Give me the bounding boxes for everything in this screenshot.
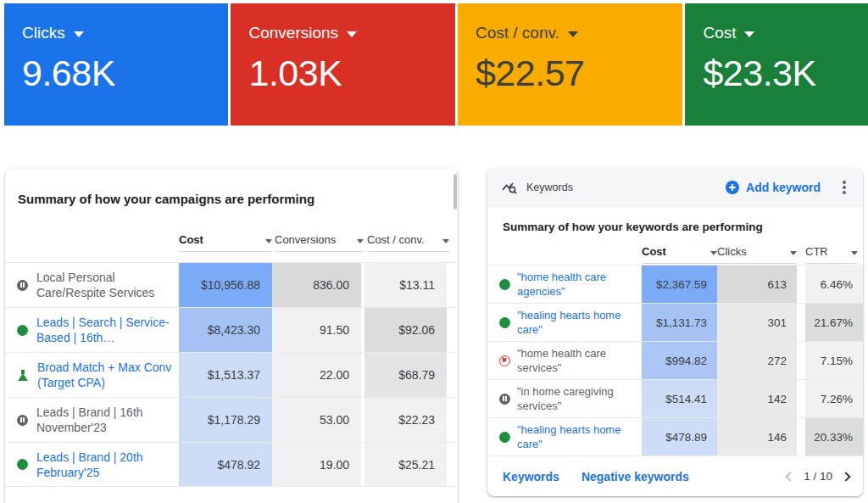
keyword-name-cell[interactable]: "home health care services"	[487, 342, 642, 379]
keyword-name: "home health care agencies"	[510, 270, 642, 299]
tab-negative-keywords[interactable]: Negative keywords	[581, 470, 689, 483]
conversions-cell: 91.50	[272, 308, 361, 352]
dropdown-arrow-icon[interactable]	[74, 31, 84, 37]
cost-per-conv-cell: $92.06	[364, 308, 447, 352]
campaign-name: Local Personal Care/Respite Services	[28, 270, 179, 300]
cost-per-conv-cell: $25.21	[364, 443, 447, 486]
dropdown-arrow-icon[interactable]	[347, 31, 357, 37]
dropdown-arrow-icon[interactable]	[744, 31, 754, 37]
clicks-cell: 301	[717, 304, 797, 341]
scorecard-label: Conversions	[248, 24, 338, 42]
keyword-name-cell[interactable]: "home health care agencies"	[487, 265, 642, 303]
campaign-name: Leads | Brand | 16th November'23	[28, 405, 179, 435]
column-header-label: Cost	[642, 245, 666, 258]
column-header-ctr[interactable]: CTR	[805, 243, 858, 264]
column-header-label: Clicks	[717, 245, 747, 258]
campaigns-summary-title: Summary of how your campaigns are perfor…	[18, 192, 314, 206]
clicks-cell: 146	[717, 418, 797, 455]
campaign-name-cell[interactable]: Local Personal Care/Respite Services	[5, 263, 179, 307]
google-ads-dashboard: Clicks 9.68K Conversions 1.03K Cost / co…	[0, 0, 868, 503]
clicks-cell: 272	[717, 342, 797, 379]
ctr-cell: 7.15%	[805, 342, 863, 379]
clicks-cell: 142	[717, 380, 797, 417]
scorecard-cost[interactable]: Cost $23.3K	[685, 3, 868, 126]
add-keyword-label: Add keyword	[746, 181, 821, 194]
sort-arrow-icon	[790, 251, 797, 255]
table-row: Local Personal Care/Respite Services $10…	[5, 262, 458, 307]
kebab-menu-icon[interactable]	[843, 186, 846, 189]
campaigns-summary-card: Summary of how your campaigns are perfor…	[5, 169, 458, 503]
cost-cell: $478.92	[179, 443, 272, 486]
ctr-cell: 7.26%	[805, 380, 863, 417]
tab-keywords[interactable]: Keywords	[503, 470, 559, 483]
cost-cell: $1,131.73	[642, 304, 717, 341]
keywords-card-label: Keywords	[526, 182, 573, 193]
plus-icon	[726, 181, 739, 194]
ctr-cell: 20.33%	[805, 418, 863, 455]
keywords-insight-icon	[501, 179, 518, 196]
table-row: "home health care agencies" $2,367.59 61…	[487, 265, 863, 303]
campaign-name: Leads | Search | Service-Based | 16th…	[28, 315, 179, 345]
scorecard-row: Clicks 9.68K Conversions 1.03K Cost / co…	[4, 3, 868, 126]
ctr-cell: 6.46%	[805, 265, 863, 303]
enabled-icon	[17, 459, 28, 470]
sort-arrow-icon	[710, 251, 717, 255]
column-header-clicks[interactable]: Clicks	[717, 243, 797, 264]
scorecard-value: 1.03K	[248, 53, 454, 94]
sort-arrow-icon	[442, 239, 449, 243]
campaign-name-cell[interactable]: Leads | Brand | 20th February'25	[5, 443, 179, 486]
scorecard-label: Cost / conv.	[476, 24, 559, 42]
column-header-cost-per-conv[interactable]: Cost / conv.	[367, 232, 449, 252]
campaigns-table: Local Personal Care/Respite Services $10…	[5, 262, 458, 487]
sort-arrow-icon	[851, 251, 858, 255]
keyword-name-cell[interactable]: "healing hearts home care"	[487, 304, 642, 341]
campaign-name-cell[interactable]: Broad Match + Max Conv (Target CPA)	[5, 353, 179, 397]
cost-per-conv-cell: $22.23	[364, 398, 447, 442]
table-row: "healing hearts home care" $1,131.73 301…	[487, 303, 863, 341]
campaign-name-cell[interactable]: Leads | Brand | 16th November'23	[5, 398, 179, 442]
table-row: Broad Match + Max Conv (Target CPA) $1,5…	[5, 352, 458, 397]
chevron-left-icon[interactable]	[786, 472, 795, 481]
keyword-name-cell[interactable]: "healing hearts home care"	[487, 418, 642, 455]
campaign-name: Leads | Brand | 20th February'25	[28, 450, 179, 480]
page-indicator: 1 / 10	[804, 470, 832, 483]
scorecard-label: Clicks	[22, 24, 65, 42]
column-header-conversions[interactable]: Conversions	[275, 232, 364, 252]
cost-cell: $1,178.29	[179, 398, 272, 442]
add-keyword-button[interactable]: Add keyword	[726, 181, 821, 194]
column-header-cost[interactable]: Cost	[179, 232, 272, 252]
scorecard-value: $22.57	[476, 53, 682, 94]
column-header-cost[interactable]: Cost	[642, 243, 717, 264]
column-gap	[797, 342, 805, 379]
chevron-right-icon[interactable]	[841, 472, 850, 481]
table-row: Leads | Search | Service-Based | 16th… $…	[5, 307, 458, 352]
scrollbar[interactable]	[453, 174, 457, 210]
cost-per-conv-cell: $68.79	[364, 353, 447, 397]
sort-arrow-icon	[357, 239, 364, 243]
cost-cell: $514.41	[642, 380, 717, 417]
scorecard-value: $23.3K	[703, 53, 868, 94]
scorecard-conversions[interactable]: Conversions 1.03K	[231, 3, 454, 126]
scorecard-clicks[interactable]: Clicks 9.68K	[4, 3, 228, 126]
ctr-cell: 21.67%	[805, 304, 863, 341]
column-gap	[797, 418, 805, 455]
enabled-icon	[499, 279, 510, 290]
scorecard-value: 9.68K	[22, 53, 228, 94]
paused-icon	[17, 415, 28, 426]
sort-arrow-icon	[265, 239, 272, 243]
keywords-summary-title: Summary of how your keywords are perform…	[503, 221, 763, 233]
conversions-cell: 22.00	[272, 353, 361, 397]
cost-cell: $8,423.30	[179, 308, 272, 352]
table-row: "in home caregiving services" $514.41 14…	[487, 379, 863, 417]
keyword-name-cell[interactable]: "in home caregiving services"	[487, 380, 642, 417]
keyword-name: "healing hearts home care"	[510, 422, 642, 451]
dropdown-arrow-icon[interactable]	[568, 31, 578, 37]
column-header-label: Cost / conv.	[367, 233, 425, 246]
scorecard-label: Cost	[703, 24, 736, 42]
keyword-name: "home health care services"	[510, 346, 642, 375]
column-gap	[797, 380, 805, 417]
column-header-label: Conversions	[275, 233, 336, 246]
keyword-name: "in home caregiving services"	[510, 384, 642, 413]
campaign-name-cell[interactable]: Leads | Search | Service-Based | 16th…	[5, 308, 179, 352]
scorecard-cost-per-conv[interactable]: Cost / conv. $22.57	[458, 3, 682, 126]
